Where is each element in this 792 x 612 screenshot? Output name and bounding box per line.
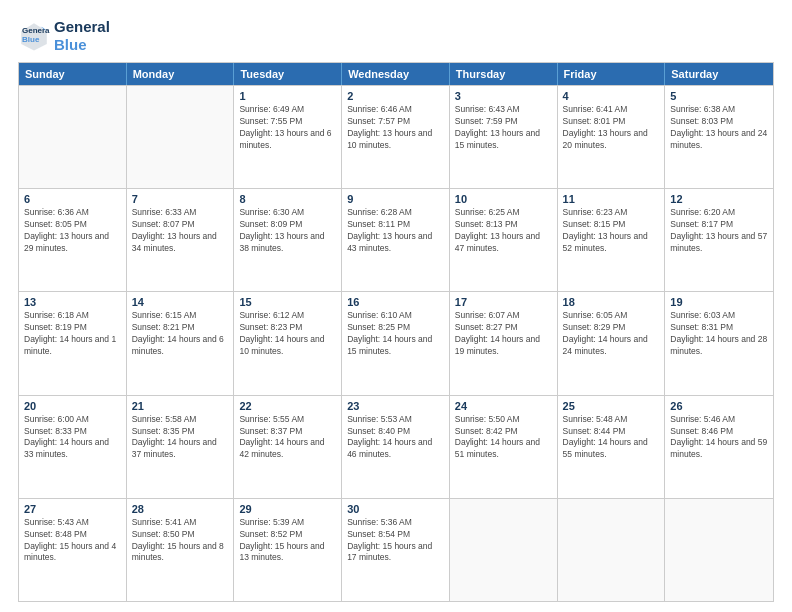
cal-header-tuesday: Tuesday [234,63,342,85]
cal-cell: 13Sunrise: 6:18 AM Sunset: 8:19 PM Dayli… [19,292,127,394]
day-info: Sunrise: 5:55 AM Sunset: 8:37 PM Dayligh… [239,414,336,462]
cal-cell: 6Sunrise: 6:36 AM Sunset: 8:05 PM Daylig… [19,189,127,291]
cal-cell: 2Sunrise: 6:46 AM Sunset: 7:57 PM Daylig… [342,86,450,188]
day-number: 29 [239,503,336,515]
day-info: Sunrise: 6:00 AM Sunset: 8:33 PM Dayligh… [24,414,121,462]
day-number: 1 [239,90,336,102]
day-number: 10 [455,193,552,205]
day-number: 12 [670,193,768,205]
day-info: Sunrise: 6:12 AM Sunset: 8:23 PM Dayligh… [239,310,336,358]
day-number: 13 [24,296,121,308]
day-info: Sunrise: 5:39 AM Sunset: 8:52 PM Dayligh… [239,517,336,565]
cal-cell [19,86,127,188]
cal-cell: 21Sunrise: 5:58 AM Sunset: 8:35 PM Dayli… [127,396,235,498]
day-number: 7 [132,193,229,205]
day-info: Sunrise: 6:10 AM Sunset: 8:25 PM Dayligh… [347,310,444,358]
day-number: 3 [455,90,552,102]
svg-text:Blue: Blue [22,35,40,44]
day-number: 4 [563,90,660,102]
cal-cell [127,86,235,188]
day-info: Sunrise: 6:20 AM Sunset: 8:17 PM Dayligh… [670,207,768,255]
logo: General Blue General Blue [18,18,110,54]
header: General Blue General Blue [18,18,774,54]
cal-cell: 17Sunrise: 6:07 AM Sunset: 8:27 PM Dayli… [450,292,558,394]
day-info: Sunrise: 6:36 AM Sunset: 8:05 PM Dayligh… [24,207,121,255]
day-info: Sunrise: 5:48 AM Sunset: 8:44 PM Dayligh… [563,414,660,462]
cal-cell: 15Sunrise: 6:12 AM Sunset: 8:23 PM Dayli… [234,292,342,394]
day-info: Sunrise: 5:46 AM Sunset: 8:46 PM Dayligh… [670,414,768,462]
cal-cell: 11Sunrise: 6:23 AM Sunset: 8:15 PM Dayli… [558,189,666,291]
day-number: 22 [239,400,336,412]
cal-cell [558,499,666,601]
cal-cell: 29Sunrise: 5:39 AM Sunset: 8:52 PM Dayli… [234,499,342,601]
cal-header-sunday: Sunday [19,63,127,85]
cal-cell [450,499,558,601]
logo-icon: General Blue [18,20,50,52]
day-info: Sunrise: 5:50 AM Sunset: 8:42 PM Dayligh… [455,414,552,462]
day-info: Sunrise: 6:46 AM Sunset: 7:57 PM Dayligh… [347,104,444,152]
cal-row-1: 1Sunrise: 6:49 AM Sunset: 7:55 PM Daylig… [19,85,773,188]
day-info: Sunrise: 6:28 AM Sunset: 8:11 PM Dayligh… [347,207,444,255]
day-info: Sunrise: 6:33 AM Sunset: 8:07 PM Dayligh… [132,207,229,255]
cal-cell: 18Sunrise: 6:05 AM Sunset: 8:29 PM Dayli… [558,292,666,394]
day-number: 2 [347,90,444,102]
cal-header-thursday: Thursday [450,63,558,85]
day-number: 20 [24,400,121,412]
day-number: 11 [563,193,660,205]
cal-cell [665,499,773,601]
day-info: Sunrise: 6:18 AM Sunset: 8:19 PM Dayligh… [24,310,121,358]
day-number: 8 [239,193,336,205]
day-info: Sunrise: 5:36 AM Sunset: 8:54 PM Dayligh… [347,517,444,565]
day-number: 18 [563,296,660,308]
day-info: Sunrise: 6:07 AM Sunset: 8:27 PM Dayligh… [455,310,552,358]
day-info: Sunrise: 6:05 AM Sunset: 8:29 PM Dayligh… [563,310,660,358]
day-number: 15 [239,296,336,308]
page: General Blue General Blue SundayMondayTu… [0,0,792,612]
day-number: 19 [670,296,768,308]
day-number: 5 [670,90,768,102]
calendar-header-row: SundayMondayTuesdayWednesdayThursdayFrid… [19,63,773,85]
day-info: Sunrise: 6:23 AM Sunset: 8:15 PM Dayligh… [563,207,660,255]
cal-cell: 3Sunrise: 6:43 AM Sunset: 7:59 PM Daylig… [450,86,558,188]
day-number: 6 [24,193,121,205]
cal-cell: 7Sunrise: 6:33 AM Sunset: 8:07 PM Daylig… [127,189,235,291]
day-info: Sunrise: 6:41 AM Sunset: 8:01 PM Dayligh… [563,104,660,152]
day-info: Sunrise: 6:49 AM Sunset: 7:55 PM Dayligh… [239,104,336,152]
day-info: Sunrise: 6:43 AM Sunset: 7:59 PM Dayligh… [455,104,552,152]
cal-cell: 25Sunrise: 5:48 AM Sunset: 8:44 PM Dayli… [558,396,666,498]
day-number: 16 [347,296,444,308]
day-info: Sunrise: 5:53 AM Sunset: 8:40 PM Dayligh… [347,414,444,462]
cal-cell: 20Sunrise: 6:00 AM Sunset: 8:33 PM Dayli… [19,396,127,498]
day-number: 9 [347,193,444,205]
cal-row-4: 20Sunrise: 6:00 AM Sunset: 8:33 PM Dayli… [19,395,773,498]
cal-cell: 14Sunrise: 6:15 AM Sunset: 8:21 PM Dayli… [127,292,235,394]
cal-cell: 26Sunrise: 5:46 AM Sunset: 8:46 PM Dayli… [665,396,773,498]
day-number: 30 [347,503,444,515]
cal-cell: 9Sunrise: 6:28 AM Sunset: 8:11 PM Daylig… [342,189,450,291]
day-number: 27 [24,503,121,515]
cal-row-3: 13Sunrise: 6:18 AM Sunset: 8:19 PM Dayli… [19,291,773,394]
cal-cell: 12Sunrise: 6:20 AM Sunset: 8:17 PM Dayli… [665,189,773,291]
cal-cell: 8Sunrise: 6:30 AM Sunset: 8:09 PM Daylig… [234,189,342,291]
calendar-body: 1Sunrise: 6:49 AM Sunset: 7:55 PM Daylig… [19,85,773,601]
day-info: Sunrise: 6:38 AM Sunset: 8:03 PM Dayligh… [670,104,768,152]
cal-header-saturday: Saturday [665,63,773,85]
cal-cell: 23Sunrise: 5:53 AM Sunset: 8:40 PM Dayli… [342,396,450,498]
cal-cell: 10Sunrise: 6:25 AM Sunset: 8:13 PM Dayli… [450,189,558,291]
cal-header-wednesday: Wednesday [342,63,450,85]
cal-cell: 1Sunrise: 6:49 AM Sunset: 7:55 PM Daylig… [234,86,342,188]
cal-cell: 22Sunrise: 5:55 AM Sunset: 8:37 PM Dayli… [234,396,342,498]
day-number: 24 [455,400,552,412]
day-info: Sunrise: 6:25 AM Sunset: 8:13 PM Dayligh… [455,207,552,255]
cal-cell: 28Sunrise: 5:41 AM Sunset: 8:50 PM Dayli… [127,499,235,601]
day-number: 25 [563,400,660,412]
cal-header-friday: Friday [558,63,666,85]
day-info: Sunrise: 5:43 AM Sunset: 8:48 PM Dayligh… [24,517,121,565]
cal-cell: 30Sunrise: 5:36 AM Sunset: 8:54 PM Dayli… [342,499,450,601]
day-number: 17 [455,296,552,308]
day-info: Sunrise: 6:30 AM Sunset: 8:09 PM Dayligh… [239,207,336,255]
day-info: Sunrise: 5:41 AM Sunset: 8:50 PM Dayligh… [132,517,229,565]
cal-cell: 5Sunrise: 6:38 AM Sunset: 8:03 PM Daylig… [665,86,773,188]
calendar: SundayMondayTuesdayWednesdayThursdayFrid… [18,62,774,602]
day-info: Sunrise: 6:15 AM Sunset: 8:21 PM Dayligh… [132,310,229,358]
